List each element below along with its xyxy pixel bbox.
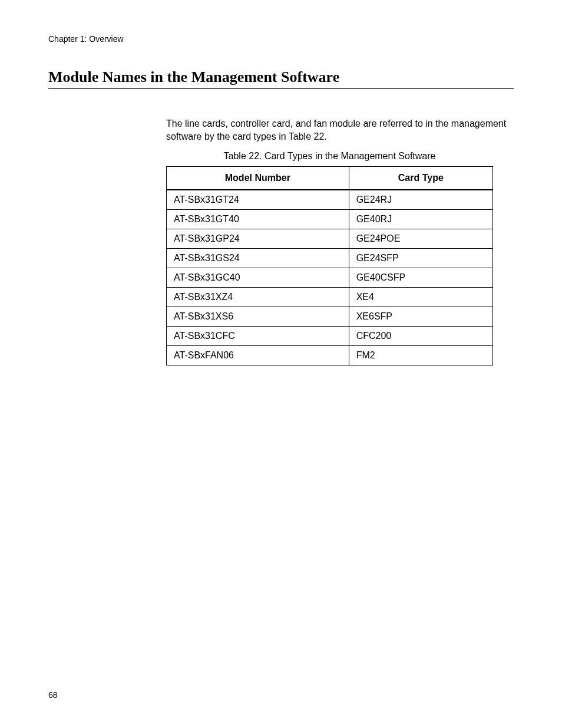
table-row: AT-SBx31GP24 GE24POE: [167, 229, 493, 248]
table-row: AT-SBx31XS6 XE6SFP: [167, 307, 493, 326]
section-title: Module Names in the Management Software: [48, 68, 514, 89]
page-number: 68: [48, 690, 58, 700]
table-cell-card: GE24RJ: [349, 190, 492, 210]
table-cell-card: GE24POE: [349, 229, 492, 248]
table-header-model: Model Number: [167, 166, 349, 190]
table-cell-model: AT-SBx31GT24: [167, 190, 349, 210]
table-cell-model: AT-SBx31GS24: [167, 248, 349, 268]
body-paragraph: The line cards, controller card, and fan…: [166, 117, 514, 144]
table-cell-model: AT-SBx31XS6: [167, 307, 349, 326]
table-cell-model: AT-SBx31XZ4: [167, 287, 349, 307]
table-row: AT-SBx31GT24 GE24RJ: [167, 190, 493, 210]
table-row: AT-SBx31GT40 GE40RJ: [167, 209, 493, 229]
table-header-row: Model Number Card Type: [167, 166, 493, 190]
table-cell-model: AT-SBx31GT40: [167, 209, 349, 229]
table-header-cardtype: Card Type: [349, 166, 492, 190]
table-row: AT-SBx31GC40 GE40CSFP: [167, 268, 493, 287]
chapter-header: Chapter 1: Overview: [48, 34, 514, 44]
table-cell-card: GE24SFP: [349, 248, 492, 268]
table-cell-card: XE4: [349, 287, 492, 307]
table-row: AT-SBxFAN06 FM2: [167, 345, 493, 365]
table-cell-model: AT-SBxFAN06: [167, 345, 349, 365]
table-row: AT-SBx31CFC CFC200: [167, 326, 493, 345]
table-caption: Table 22. Card Types in the Management S…: [166, 151, 493, 162]
table-cell-card: GE40CSFP: [349, 268, 492, 287]
table-cell-model: AT-SBx31GP24: [167, 229, 349, 248]
table-cell-model: AT-SBx31CFC: [167, 326, 349, 345]
table-row: AT-SBx31XZ4 XE4: [167, 287, 493, 307]
table-row: AT-SBx31GS24 GE24SFP: [167, 248, 493, 268]
table-cell-model: AT-SBx31GC40: [167, 268, 349, 287]
table-cell-card: CFC200: [349, 326, 492, 345]
table-cell-card: XE6SFP: [349, 307, 492, 326]
card-types-table: Model Number Card Type AT-SBx31GT24 GE24…: [166, 166, 493, 365]
table-cell-card: FM2: [349, 345, 492, 365]
table-cell-card: GE40RJ: [349, 209, 492, 229]
